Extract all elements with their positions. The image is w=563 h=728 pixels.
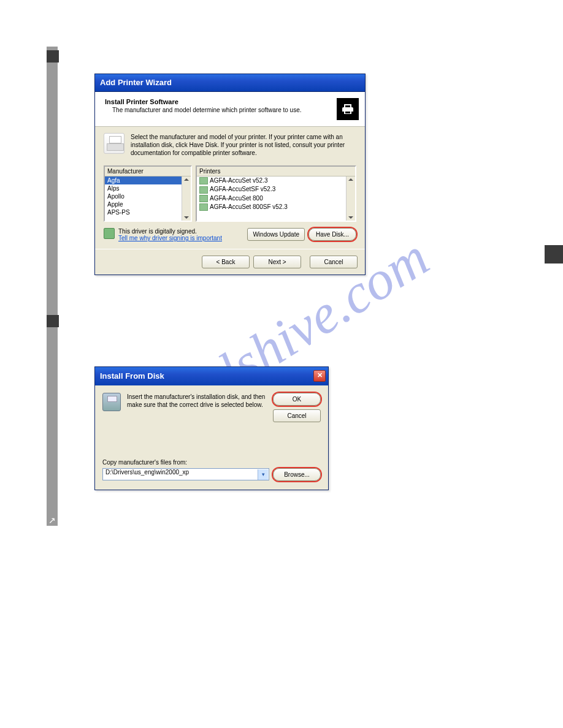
add-printer-wizard-window: Add Printer Wizard Install Printer Softw… (94, 74, 366, 275)
windows-update-button[interactable]: Windows Update (247, 228, 305, 241)
list-item[interactable]: AGFA-AccuSet 800 (197, 194, 355, 203)
wizard-titlebar[interactable]: Add Printer Wizard (95, 74, 365, 92)
list-item[interactable]: AGFA-AccuSetSF v52.3 (197, 185, 355, 194)
list-item[interactable]: AGFA-AccuSet v52.3 (197, 176, 355, 185)
browse-button[interactable]: Browse... (273, 468, 321, 481)
wizard-header-title: Install Printer Software (105, 98, 302, 105)
list-item[interactable]: Alps (105, 184, 191, 192)
driver-signing-link[interactable]: Tell me why driver signing is important (118, 235, 222, 241)
printer-item-icon (199, 195, 208, 202)
printer-header-icon (337, 98, 359, 120)
path-combobox[interactable]: D:\Drivers\us_eng\win2000_xp ▾ (102, 468, 269, 480)
list-item[interactable]: APS-PS (105, 208, 191, 216)
shield-icon (104, 228, 115, 239)
printer-item-icon (199, 203, 208, 211)
share-icon: ↗ (47, 515, 58, 526)
disk-instruction-text: Insert the manufacturer's installation d… (127, 393, 267, 409)
install-from-disk-window: Install From Disk ✕ Insert the manufactu… (94, 366, 329, 490)
manufacturer-list[interactable]: Manufacturer Agfa Alps Apollo Apple APS-… (104, 165, 192, 222)
wizard-header-subtitle: The manufacturer and model determine whi… (112, 107, 302, 113)
printers-header: Printers (197, 167, 355, 176)
disk-titlebar[interactable]: Install From Disk ✕ (95, 367, 328, 385)
list-item[interactable]: Apple (105, 200, 191, 208)
wizard-instructions: Select the manufacturer and model of you… (104, 133, 356, 157)
scrollbar[interactable] (346, 176, 355, 221)
wizard-header: Install Printer Software The manufacture… (95, 92, 365, 127)
step-marker-4 (47, 50, 59, 63)
printer-item-icon (199, 186, 208, 194)
have-disk-button[interactable]: Have Disk... (308, 228, 356, 241)
sidebar-vertical (47, 47, 58, 526)
printer-item-icon (199, 177, 208, 184)
wizard-instruction-text: Select the manufacturer and model of you… (131, 133, 356, 157)
disk-title-text: Install From Disk (100, 371, 164, 381)
next-button[interactable]: Next > (253, 256, 301, 268)
copy-from-label: Copy manufacturer's files from: (102, 459, 321, 466)
close-icon[interactable]: ✕ (313, 370, 326, 382)
path-value: D:\Drivers\us_eng\win2000_xp (105, 469, 189, 476)
list-item[interactable]: Agfa (105, 176, 191, 184)
back-button[interactable]: < Back (202, 256, 250, 268)
manufacturer-header: Manufacturer (105, 167, 191, 176)
chevron-down-icon[interactable]: ▾ (258, 469, 268, 480)
driver-signed-text: This driver is digitally signed. (118, 228, 222, 235)
list-item[interactable]: AGFA-AccuSet 800SF v52.3 (197, 203, 355, 211)
printers-list[interactable]: Printers AGFA-AccuSet v52.3 AGFA-AccuSet… (196, 165, 356, 222)
printer-icon (104, 133, 124, 154)
page-tab-right (545, 245, 563, 264)
scrollbar[interactable] (182, 176, 191, 221)
step-marker-5 (47, 315, 59, 327)
floppy-icon (102, 393, 121, 411)
list-item[interactable]: Apollo (105, 192, 191, 200)
cancel-button[interactable]: Cancel (273, 409, 321, 422)
wizard-footer: < Back Next > Cancel (95, 249, 365, 275)
cancel-button[interactable]: Cancel (310, 256, 358, 268)
ok-button[interactable]: OK (273, 393, 321, 406)
